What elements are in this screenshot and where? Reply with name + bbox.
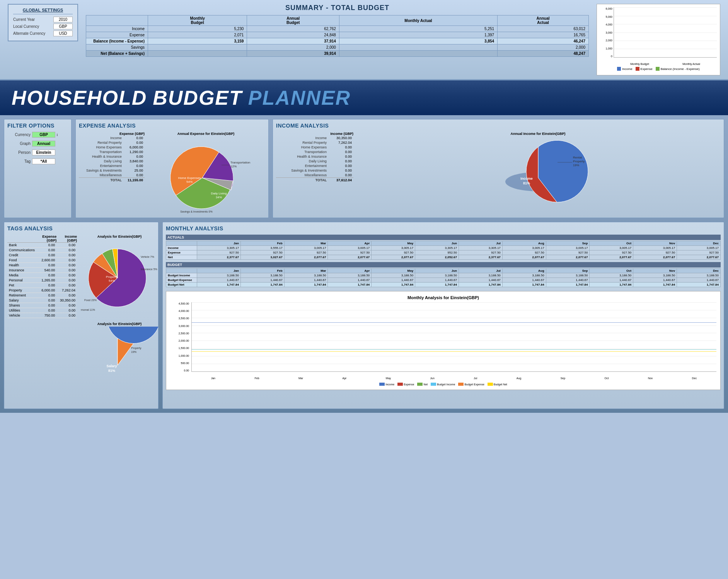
- budget-col-feb: Feb: [240, 269, 284, 273]
- filter-tag-row: Tag *All: [7, 158, 68, 164]
- budget-col-nov: Nov: [633, 269, 677, 273]
- tags-pie-section: Analysis for Einstein(GBP) Property: [81, 235, 158, 405]
- legend-dot-income: [617, 67, 621, 71]
- svg-text:Food 23%: Food 23%: [84, 299, 97, 301]
- tag-pie2-salary: Salary: [106, 364, 117, 368]
- tag-row-health: Health0.000.00: [7, 263, 77, 268]
- income-analysis-inner: Income (GBP) Income30,350.00 Rental Prop…: [276, 132, 721, 215]
- col-annual-budget: AnnualBudget: [247, 15, 339, 26]
- pie-label-transport: Transportation: [230, 161, 250, 164]
- tag-row-vehicle: Vehicle750.000.00: [7, 313, 77, 318]
- budget-header: BUDGET: [166, 262, 721, 267]
- global-settings-title: GLOBAL SETTINGS: [13, 8, 73, 14]
- legend-bn-m: Budget Net: [488, 383, 507, 386]
- title-budget: BUDGET: [153, 86, 242, 109]
- income-row-total: TOTAL37,612.04: [276, 178, 353, 183]
- budget-col-label: [166, 269, 197, 273]
- bars-container: [192, 302, 716, 371]
- pie-label-rental: Rental: [573, 156, 582, 159]
- filter-graph-value[interactable]: Annual: [32, 141, 55, 146]
- actuals-table: JanFebMarAprMayJunJulAugSepOctNovDec Inc…: [166, 241, 721, 260]
- bottom-panels-row: TAGS ANALYSIS Expense (GBP) Income (GBP): [4, 222, 724, 409]
- tag-row-utilities: Utilities0.000.00: [7, 308, 77, 313]
- tags-analysis-title: TAGS ANALYSIS: [7, 225, 155, 232]
- actuals-col-nov: Nov: [633, 241, 677, 246]
- pie-label-home: Home Expenses: [178, 176, 201, 180]
- gs-value-currency[interactable]: GBP: [53, 24, 73, 29]
- legend-label-be-m: Budget Expense: [464, 383, 484, 386]
- monthly-bar-chart: Monthly Analysis for Einstein(GBP) 4,500…: [166, 291, 721, 390]
- main-content: FILTER OPTIONS Currency GBP i Graph Annu…: [0, 115, 728, 413]
- table-row-balance: Balance (Income - Expense) 3,15937,9143,…: [86, 38, 589, 44]
- actuals-col-jan: Jan: [197, 241, 241, 246]
- filter-tag-value[interactable]: *All: [32, 158, 55, 164]
- tag-row-retirement: Retirement0.000.00: [7, 293, 77, 298]
- actuals-col-jun: Jun: [415, 241, 459, 246]
- budget-col-oct: Oct: [590, 269, 633, 273]
- legend-label-bi-m: Budget Income: [437, 383, 455, 386]
- legend-dot-income-m: [379, 383, 385, 386]
- budget-col-dec: Dec: [677, 269, 721, 273]
- chart-legend: Income Expense Balance (Income - Expense…: [600, 67, 717, 71]
- tag-row-media: Media0.000.00: [7, 273, 77, 278]
- pie-label-daily: Daily Living: [211, 192, 227, 195]
- tag-row-personal: Personal1,265.000.00: [7, 278, 77, 283]
- tag-row-shares: Shares0.000.00: [7, 303, 77, 308]
- tags-col-income: Income (GBP): [56, 235, 77, 243]
- income-row-transport: Transportation0.00: [276, 150, 353, 154]
- budget-col-apr: Apr: [328, 269, 372, 273]
- actuals-col-apr: Apr: [328, 241, 372, 246]
- tag-row-property: Property6,000.007,262.04: [7, 288, 77, 293]
- filter-options-panel: FILTER OPTIONS Currency GBP i Graph Annu…: [4, 119, 72, 218]
- income-row-misc: Miscellaneous0.00: [276, 173, 353, 178]
- income-row-entertain: Entertainment0.00: [276, 163, 353, 168]
- legend-label-income: Income: [622, 67, 632, 71]
- filter-graph-row: Graph Annual: [7, 141, 68, 146]
- svg-text:19%: 19%: [573, 163, 579, 167]
- title-planner: PLANNER: [248, 86, 351, 109]
- filter-currency-value[interactable]: GBP: [32, 132, 55, 138]
- summary-bar-chart: 6,000 5,000 4,000 3,000 2,000 1,000 0: [597, 4, 720, 75]
- tags-table-section: Expense (GBP) Income (GBP) Bank0.000.00 …: [7, 235, 77, 405]
- income-row-daily: Daily Living0.00: [276, 159, 353, 163]
- tags-pie1-title: Analysis for Einstein(GBP): [81, 235, 158, 238]
- tags-inner: Expense (GBP) Income (GBP) Bank0.000.00 …: [7, 235, 155, 405]
- legend-dot-expense: [636, 67, 639, 71]
- expense-chart-title: Annual Expense for Einstein(GBP): [177, 132, 235, 136]
- expense-table: Expense (GBP) Income0.00 Rental Property…: [79, 132, 145, 182]
- tags-pie1-chart: Property 54% Food 23% Insurance 5% Vehic…: [81, 239, 158, 317]
- income-row-health: Health & Insurance0.00: [276, 154, 353, 159]
- monthly-chart-legend: Income Expense Net Budget Income: [170, 383, 716, 386]
- expense-row-income: Income0.00: [79, 136, 145, 140]
- x-axis-months: JanFebMarAprMayJunJulAugSepOctNovDec: [191, 377, 716, 380]
- budget-col-jan: Jan: [197, 269, 241, 273]
- filter-person-label: Person: [7, 150, 31, 155]
- legend-dot-bi-m: [431, 383, 436, 386]
- top-section: GLOBAL SETTINGS Current Year 2010 Local …: [0, 0, 728, 80]
- budget-col-jun: Jun: [415, 269, 459, 273]
- legend-be-m: Budget Expense: [458, 383, 484, 386]
- pie-label-savings: Savings & Investments 0%: [180, 210, 212, 213]
- svg-text:Vehicle 7%: Vehicle 7%: [141, 255, 154, 258]
- svg-text:54%: 54%: [186, 180, 192, 184]
- tag-pie1-property: Property: [106, 275, 118, 279]
- gs-value-year[interactable]: 2010: [53, 17, 73, 22]
- income-col-header: Income (GBP): [276, 132, 353, 136]
- legend-label-income-m: Income: [385, 383, 394, 386]
- tag-pie2-property: Property: [131, 347, 142, 350]
- legend-expense-m: Expense: [397, 383, 414, 386]
- budget-income-row: Budget Income 3,188.503,188.503,188.503,…: [166, 273, 721, 278]
- tags-pie1: Analysis for Einstein(GBP) Property: [81, 235, 158, 318]
- gs-label-year: Current Year: [13, 17, 52, 22]
- actuals-col-may: May: [372, 241, 415, 246]
- gs-row-alt-currency: Alternate Currency USD: [13, 31, 73, 36]
- expense-pie-section: Annual Expense for Einstein(GBP): [147, 132, 265, 215]
- svg-text:12%: 12%: [230, 165, 237, 168]
- tags-table: Expense (GBP) Income (GBP) Bank0.000.00 …: [7, 235, 77, 318]
- monthly-chart-title: Monthly Analysis for Einstein(GBP): [170, 295, 716, 300]
- gs-value-alt-currency[interactable]: USD: [53, 31, 73, 36]
- budget-table: JanFebMarAprMayJunJulAugSepOctNovDec Bud…: [166, 268, 721, 287]
- title-banner: HOUSEHOLD BUDGET PLANNER: [0, 80, 728, 115]
- expense-table-section: Expense (GBP) Income0.00 Rental Property…: [79, 132, 145, 215]
- filter-person-value[interactable]: Einstein: [32, 150, 55, 155]
